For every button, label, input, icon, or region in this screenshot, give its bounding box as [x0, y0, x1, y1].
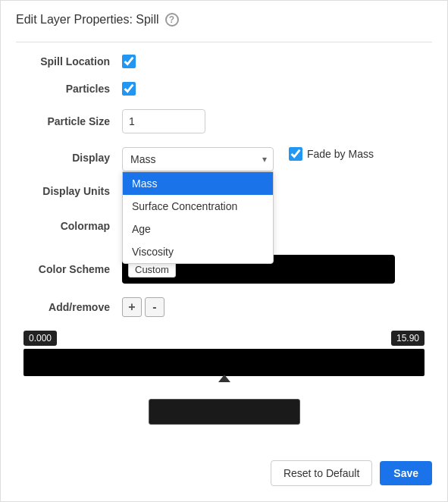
dropdown-item-age[interactable]: Age — [123, 218, 273, 240]
particles-row: Particles — [16, 82, 432, 96]
display-control: Mass ▾ Mass Surface Concentration Age Vi… — [122, 147, 432, 171]
remove-button[interactable]: - — [145, 297, 164, 317]
dropdown-item-mass[interactable]: Mass — [123, 172, 273, 195]
gradient-labels: 0.000 15.90 — [23, 331, 425, 346]
particle-size-label: Particle Size — [16, 115, 122, 127]
dropdown-item-surface-concentration[interactable]: Surface Concentration — [123, 195, 273, 218]
display-units-label: Display Units — [16, 185, 122, 197]
add-remove-label: Add/remove — [16, 301, 122, 313]
panel-title: Edit Layer Properties: Spill ? — [16, 13, 432, 27]
spill-location-row: Spill Location — [16, 55, 432, 68]
particle-size-control — [122, 109, 432, 133]
display-label: Display — [16, 147, 122, 164]
spill-location-control — [122, 55, 432, 68]
spill-location-label: Spill Location — [16, 55, 122, 67]
panel: Edit Layer Properties: Spill ? Spill Loc… — [0, 0, 448, 502]
color-scheme-label: Color Scheme — [16, 263, 122, 275]
gradient-section: 0.000 15.90 — [16, 331, 432, 425]
gradient-bar[interactable] — [23, 349, 425, 376]
dropdown-item-viscosity[interactable]: Viscosity — [123, 240, 273, 263]
spill-location-checkbox[interactable] — [122, 55, 136, 68]
reset-button[interactable]: Reset to Default — [271, 460, 372, 486]
chevron-down-icon: ▾ — [262, 154, 267, 165]
display-selected-value: Mass — [130, 153, 155, 165]
fade-by-mass-label: Fade by Mass — [307, 148, 374, 160]
help-icon[interactable]: ? — [165, 13, 179, 27]
add-remove-row: Add/remove + - — [16, 297, 432, 317]
particles-checkbox[interactable] — [122, 82, 136, 96]
fade-by-mass-checkbox[interactable] — [289, 147, 302, 161]
gradient-min-label: 0.000 — [23, 331, 57, 346]
particle-size-row: Particle Size — [16, 109, 432, 133]
display-select[interactable]: Mass ▾ — [122, 147, 274, 171]
add-button[interactable]: + — [122, 297, 142, 317]
display-dropdown: Mass Surface Concentration Age Viscosity — [122, 171, 274, 264]
colormap-label: Colormap — [16, 220, 122, 232]
gradient-max-label: 15.90 — [391, 331, 425, 346]
particles-label: Particles — [16, 83, 122, 95]
save-button[interactable]: Save — [380, 461, 432, 485]
add-remove-control: + - — [122, 297, 432, 317]
title-text: Edit Layer Properties: Spill — [16, 13, 159, 27]
particle-size-input[interactable] — [122, 109, 205, 133]
display-row: Display Mass ▾ Mass Surface Concentratio… — [16, 147, 432, 171]
bottom-buttons: Reset to Default Save — [271, 460, 432, 486]
color-picker-bar[interactable] — [149, 399, 300, 425]
gradient-thumb[interactable] — [218, 375, 230, 382]
display-select-wrapper: Mass ▾ Mass Surface Concentration Age Vi… — [122, 147, 274, 171]
divider — [16, 42, 432, 42]
add-remove-buttons: + - — [122, 297, 164, 317]
fade-by-mass-container: Fade by Mass — [289, 147, 374, 161]
particles-control — [122, 82, 432, 96]
